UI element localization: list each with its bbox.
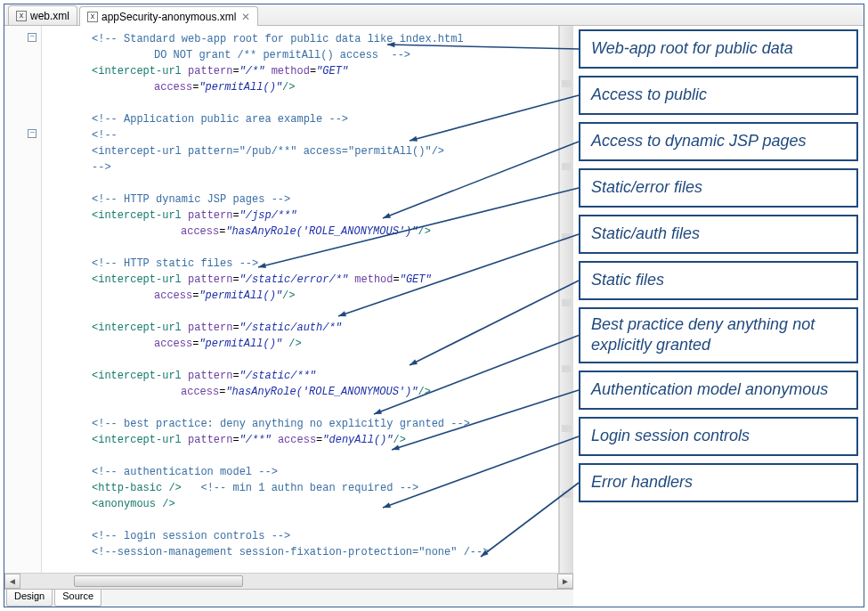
code-line[interactable]: access="permitAll()"/>: [56, 288, 555, 304]
scroll-right-button[interactable]: ►: [557, 574, 573, 589]
code-line[interactable]: DO NOT grant /** permitAll() access -->: [56, 47, 555, 63]
code-line[interactable]: <http-basic /> <!-- min 1 authn bean req…: [56, 480, 555, 496]
editor-gutter: − −: [4, 26, 42, 573]
xml-file-icon: x: [16, 11, 27, 21]
code-line[interactable]: <intercept-url pattern="/pub/**" access=…: [56, 143, 555, 159]
code-line[interactable]: <!-- HTTP static files -->: [56, 256, 555, 272]
annotation-callout: Static/auth files: [579, 215, 858, 254]
overview-ruler[interactable]: [559, 26, 573, 573]
annotation-callout: Access to public: [579, 76, 858, 115]
code-line[interactable]: <!--session-management session-fixation-…: [56, 544, 555, 560]
bottom-tab-bar: Design Source: [4, 589, 573, 607]
code-line[interactable]: <intercept-url pattern="/jsp/**": [56, 208, 555, 224]
horizontal-scrollbar[interactable]: ◄ ►: [4, 573, 573, 589]
code-line[interactable]: <!-- Standard web-app root for public da…: [56, 31, 555, 47]
scroll-left-button[interactable]: ◄: [4, 574, 20, 589]
tab-source[interactable]: Source: [54, 590, 101, 607]
xml-file-icon: x: [87, 12, 98, 22]
tab-appsecurity-anonymous-xml[interactable]: x appSecurity-anonymous.xml ✕: [79, 6, 258, 26]
tab-label: appSecurity-anonymous.xml: [101, 11, 236, 23]
code-line[interactable]: [56, 448, 555, 464]
code-content[interactable]: <!-- Standard web-app root for public da…: [56, 31, 555, 611]
fold-toggle-icon[interactable]: −: [28, 129, 37, 138]
tab-web-xml[interactable]: x web.xml: [8, 5, 77, 25]
code-line[interactable]: <!-- Application public area example -->: [56, 111, 555, 127]
top-tab-bar: x web.xml x appSecurity-anonymous.xml ✕: [4, 4, 864, 26]
code-line[interactable]: [56, 512, 555, 528]
tab-label: Source: [62, 591, 93, 601]
close-icon[interactable]: ✕: [241, 11, 250, 23]
code-line[interactable]: <!-- authentication model -->: [56, 464, 555, 480]
code-line[interactable]: <!-- login session controls -->: [56, 528, 555, 544]
code-line[interactable]: <!--: [56, 127, 555, 143]
code-line[interactable]: <anonymous />: [56, 496, 555, 512]
code-line[interactable]: -->: [56, 159, 555, 175]
annotation-callout: Error handlers: [579, 463, 858, 502]
fold-toggle-icon[interactable]: −: [28, 33, 37, 42]
code-line[interactable]: <intercept-url pattern="/**" access="den…: [56, 432, 555, 448]
code-line[interactable]: [56, 400, 555, 416]
code-line[interactable]: [56, 95, 555, 111]
code-line[interactable]: [56, 304, 555, 320]
code-line[interactable]: [56, 175, 555, 191]
code-line[interactable]: access="permitAll()"/>: [56, 79, 555, 95]
code-line[interactable]: access="hasAnyRole('ROLE_ANONYMOUS')"/>: [56, 384, 555, 400]
code-line[interactable]: [56, 352, 555, 368]
annotation-callout: Authentication model anonymous: [579, 371, 858, 410]
scroll-track[interactable]: [20, 574, 557, 589]
code-line[interactable]: <intercept-url pattern="/*" method="GET": [56, 63, 555, 79]
code-line[interactable]: <!-- best practice: deny anything no exp…: [56, 416, 555, 432]
scroll-thumb[interactable]: [74, 575, 243, 587]
tab-design[interactable]: Design: [6, 590, 53, 607]
annotation-callout: Best practice deny anything not explicit…: [579, 307, 858, 363]
code-line[interactable]: <!-- HTTP dynamic JSP pages -->: [56, 191, 555, 208]
code-line[interactable]: access="hasAnyRole('ROLE_ANONYMOUS')"/>: [56, 224, 555, 240]
code-line[interactable]: access="permitAll()" />: [56, 336, 555, 352]
code-line[interactable]: <intercept-url pattern="/static/auth/*": [56, 320, 555, 336]
tab-label: web.xml: [30, 10, 69, 22]
annotation-callout: Login session controls: [579, 417, 858, 456]
editor-body: − − <!-- Standard web-app root for publi…: [4, 26, 864, 607]
code-editor[interactable]: − − <!-- Standard web-app root for publi…: [4, 26, 559, 573]
annotation-column: Web-app root for public dataAccess to pu…: [573, 26, 864, 607]
annotation-callout: Static/error files: [579, 168, 858, 208]
annotation-callout: Web-app root for public data: [579, 29, 858, 69]
code-line[interactable]: <intercept-url pattern="/static/error/*"…: [56, 272, 555, 288]
tab-label: Design: [14, 591, 45, 601]
editor-window: x web.xml x appSecurity-anonymous.xml ✕ …: [4, 4, 864, 607]
code-line[interactable]: <intercept-url pattern="/static/**": [56, 368, 555, 384]
code-line[interactable]: [56, 240, 555, 256]
annotation-callout: Static files: [579, 261, 858, 300]
annotation-callout: Access to dynamic JSP pages: [579, 122, 858, 161]
